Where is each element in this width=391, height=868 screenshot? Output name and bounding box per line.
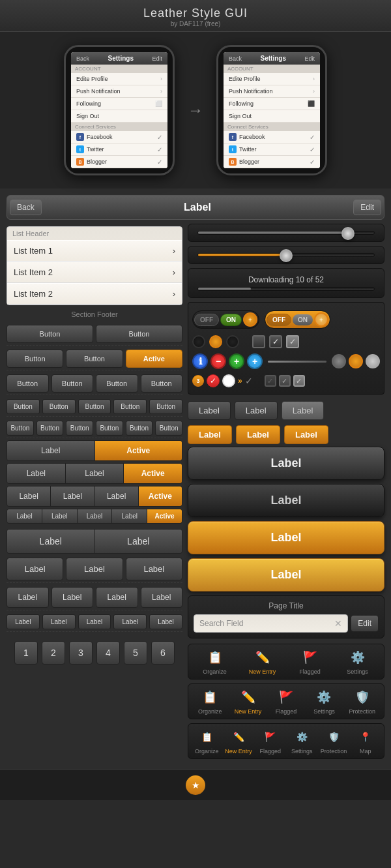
tab-2-organize[interactable]: 📋 Organize	[191, 688, 229, 715]
icon-info[interactable]: ℹ	[192, 353, 208, 369]
nav-back-button[interactable]: Back	[10, 200, 42, 215]
phone2-social-blogger[interactable]: BBlogger ✓	[224, 156, 320, 168]
large-btn-orange-1[interactable]: Label	[188, 521, 384, 554]
phone2-item-profile[interactable]: Edite Profile›	[224, 73, 320, 85]
radio-dark-1[interactable]	[192, 335, 205, 348]
lb5-2[interactable]: Label	[42, 614, 76, 629]
large-btn-dark[interactable]: Label	[188, 447, 384, 480]
btn-6-3[interactable]: Button	[66, 421, 93, 436]
list-item-1[interactable]: List Item 1 ›	[7, 240, 182, 262]
btn-5-2[interactable]: Button	[42, 399, 76, 414]
list-item-3[interactable]: List Item 2 ›	[7, 283, 182, 305]
seg-4-2[interactable]: Label	[42, 509, 78, 523]
tab-3-protection[interactable]: 🛡️ Protection	[318, 728, 350, 755]
page-5[interactable]: 5	[124, 641, 147, 665]
lb4-4[interactable]: Label	[141, 587, 183, 608]
lb4-1[interactable]: Label	[7, 587, 49, 608]
large-btn-darker[interactable]: Label	[188, 484, 384, 517]
lb4-2[interactable]: Label	[51, 587, 94, 608]
nav-edit-button[interactable]: Edit	[353, 200, 381, 215]
phone-item-following[interactable]: Following⬜	[71, 98, 167, 110]
phone2-item-following[interactable]: Following⬛	[224, 98, 320, 110]
checkbox-dim-3[interactable]: ✓	[293, 375, 305, 387]
radio-dark-2[interactable]	[226, 335, 239, 348]
dot-light[interactable]	[366, 354, 380, 368]
seg-3-1[interactable]: Label	[7, 486, 51, 506]
phone-social-facebook[interactable]: fFacebook ✓	[71, 131, 167, 143]
tab-2-flagged[interactable]: 🚩 Flagged	[267, 688, 305, 715]
seg-1-active[interactable]: Active	[95, 441, 182, 460]
phone-item-push[interactable]: Push Notification›	[71, 85, 167, 98]
btn-3-1[interactable]: Button	[7, 350, 63, 368]
seg-4-1[interactable]: Label	[7, 509, 42, 523]
gray-label-3[interactable]: Label	[282, 401, 325, 420]
phone-item-signout[interactable]: Sign Out	[71, 110, 167, 123]
tab-3-map[interactable]: 📍 Map	[349, 728, 381, 755]
lb-3[interactable]: Label	[126, 558, 182, 580]
gray-label-2[interactable]: Label	[235, 401, 278, 420]
tab-3-settings[interactable]: ⚙️ Settings	[286, 728, 318, 755]
phone-social-blogger[interactable]: BBlogger ✓	[71, 156, 167, 168]
phone-item-profile[interactable]: Edite Profile›	[71, 73, 167, 85]
toggle-2[interactable]: OFF ON +	[265, 310, 330, 329]
page-2[interactable]: 2	[42, 641, 65, 665]
seg-4-active[interactable]: Active	[147, 509, 182, 523]
orange-label-1[interactable]: Label	[188, 425, 232, 444]
btn-5-3[interactable]: Button	[78, 399, 111, 414]
slider-track-2[interactable]	[197, 253, 375, 257]
btn-4-2[interactable]: Button	[51, 374, 94, 393]
tab-1-organize[interactable]: 📋 Organize	[191, 648, 239, 675]
btn-6-2[interactable]: Button	[36, 421, 64, 436]
btn-2-2[interactable]: Button	[96, 325, 182, 343]
page-1[interactable]: 1	[14, 641, 38, 665]
checkbox-dim-2[interactable]: ✓	[279, 375, 291, 387]
tab-3-new-entry[interactable]: ✏️ New Entry	[223, 728, 255, 755]
seg-3-active[interactable]: Active	[139, 486, 182, 506]
btn-6-6[interactable]: Button	[155, 421, 182, 436]
btn-4-4[interactable]: Button	[141, 374, 183, 393]
gray-label-1[interactable]: Label	[188, 401, 231, 420]
tab-1-new-entry[interactable]: ✏️ New Entry	[239, 648, 286, 675]
seg-1-label[interactable]: Label	[7, 441, 95, 460]
search-field[interactable]: Search Field ✕	[194, 614, 348, 633]
large-seg-1[interactable]: Label	[7, 530, 95, 553]
large-btn-orange-2[interactable]: Label	[188, 558, 384, 591]
dot-orange[interactable]	[349, 354, 363, 368]
seg-3-3[interactable]: Label	[95, 486, 139, 506]
page-3[interactable]: 3	[69, 641, 93, 665]
page-6[interactable]: 6	[151, 641, 175, 665]
toggle-1-on[interactable]: ON	[220, 314, 242, 326]
lb5-1[interactable]: Label	[7, 614, 40, 629]
page-4[interactable]: 4	[96, 641, 120, 665]
lb5-5[interactable]: Label	[149, 614, 182, 629]
toggle-1[interactable]: OFF ON +	[192, 310, 259, 329]
slider-track-1[interactable]	[197, 231, 375, 235]
large-seg-2[interactable]: Label	[95, 530, 182, 553]
btn-5-1[interactable]: Button	[7, 399, 40, 414]
lb4-3[interactable]: Label	[96, 587, 138, 608]
dot-gray-1[interactable]	[332, 354, 346, 368]
btn-2-1[interactable]: Button	[7, 325, 93, 343]
icon-plus[interactable]: +	[229, 353, 244, 369]
list-item-2[interactable]: List Item 2 ›	[7, 262, 182, 283]
phone2-social-twitter[interactable]: tTwitter ✓	[224, 143, 320, 156]
toggle-2-on[interactable]: ON	[293, 314, 313, 325]
lb5-3[interactable]: Label	[78, 614, 111, 629]
tab-2-new-entry[interactable]: ✏️ New Entry	[229, 688, 267, 715]
slider-thumb-2[interactable]	[280, 249, 293, 262]
seg-2-label1[interactable]: Label	[7, 464, 66, 483]
tab-1-flagged[interactable]: 🚩 Flagged	[286, 648, 334, 675]
seg-4-3[interactable]: Label	[78, 509, 113, 523]
btn-4-1[interactable]: Button	[7, 374, 49, 393]
phone2-item-signout[interactable]: Sign Out	[224, 110, 320, 123]
checkbox-off[interactable]	[252, 335, 265, 348]
toggle-1-btn[interactable]: +	[243, 312, 257, 327]
phone2-item-push[interactable]: Push Notification›	[224, 85, 320, 98]
radio-orange[interactable]	[209, 335, 222, 348]
search-clear-icon[interactable]: ✕	[334, 618, 342, 629]
btn-4-3[interactable]: Button	[96, 374, 138, 393]
btn-3-2[interactable]: Button	[66, 350, 123, 368]
orange-label-3[interactable]: Label	[284, 425, 328, 444]
lb5-4[interactable]: Label	[113, 614, 147, 629]
btn-3-active[interactable]: Active	[126, 350, 182, 368]
